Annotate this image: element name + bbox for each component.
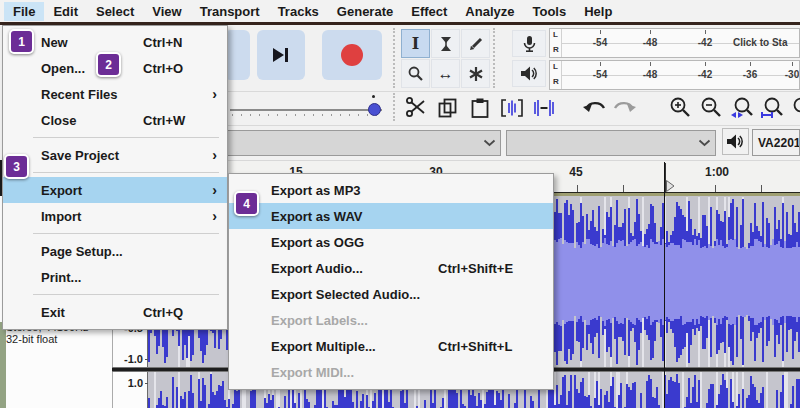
export-submenu-item-export-audio[interactable]: Export Audio...Ctrl+Shift+E: [229, 255, 553, 281]
recording-meter[interactable]: LR-54-48-42Click to Sta: [549, 28, 800, 58]
chevron-down-icon: [483, 139, 496, 147]
step-badge-4: 4: [234, 191, 259, 216]
play-speed-slider-groove[interactable]: [230, 109, 382, 111]
file-menu-item-label: Page Setup...: [41, 244, 143, 259]
fit-selection-icon: [730, 96, 754, 120]
meter-tick: [600, 62, 601, 66]
file-menu-item-recent-files[interactable]: Recent Files›: [3, 81, 227, 107]
playback-meter[interactable]: LR-54-48-42-36-30: [549, 60, 800, 90]
menubar-item-transport[interactable]: Transport: [191, 2, 269, 21]
file-menu-item-label: Close: [41, 113, 143, 128]
export-submenu-item-export-as-wav[interactable]: Export as WAV: [229, 203, 553, 229]
ruler-label-45: 45: [569, 165, 582, 179]
fit-project-button[interactable]: [758, 94, 786, 122]
meter-scale-label: -36: [743, 69, 757, 80]
menubar-item-generate[interactable]: Generate: [328, 2, 402, 21]
menubar-item-help[interactable]: Help: [575, 2, 621, 21]
trim-audio-button[interactable]: [498, 94, 526, 122]
menubar-item-tools[interactable]: Tools: [523, 2, 575, 21]
meter-message: Click to Sta: [733, 37, 787, 48]
meter-scale-label: -48: [643, 69, 657, 80]
meter-channel-label-l: L: [553, 31, 558, 39]
playback-meter-button[interactable]: [512, 60, 546, 87]
draw-tool-button[interactable]: [461, 29, 490, 58]
menubar-item-view[interactable]: View: [143, 2, 190, 21]
playback-device-button[interactable]: [722, 128, 749, 155]
export-submenu-item-export-selected-audio[interactable]: Export Selected Audio...: [229, 281, 553, 307]
speaker-icon: [520, 65, 539, 83]
record-button[interactable]: [322, 30, 382, 80]
file-menu-item-label: Open...: [41, 61, 143, 76]
meter-tick: [650, 62, 651, 66]
playhead-flag-icon: [666, 180, 675, 192]
ruler-tick: [715, 185, 716, 192]
file-menu-separator: [3, 168, 227, 177]
file-menu-item-save-project[interactable]: Save Project›: [3, 142, 227, 168]
toolbar-grip[interactable]: [393, 93, 398, 121]
export-submenu-item-label: Export MIDI...: [271, 365, 438, 380]
copy-button[interactable]: [434, 94, 462, 122]
menubar-item-select[interactable]: Select: [87, 2, 143, 21]
zoom-toggle-button[interactable]: [789, 94, 800, 122]
zoom-out-button[interactable]: [697, 94, 725, 122]
menubar-item-effect[interactable]: Effect: [402, 2, 456, 21]
toolbar-divider: [150, 125, 800, 126]
file-menu-item-label: New: [41, 35, 143, 50]
export-submenu-item-label: Export Labels...: [271, 313, 438, 328]
fit-project-icon: [760, 96, 784, 120]
zoom-in-button[interactable]: [666, 94, 694, 122]
file-menu-item-exit[interactable]: ExitCtrl+Q: [3, 299, 227, 325]
cut-button[interactable]: [402, 94, 430, 122]
timeshift-icon: ↔: [438, 65, 454, 83]
undo-button[interactable]: [581, 94, 609, 122]
submenu-arrow-icon: ›: [207, 86, 217, 102]
fit-selection-button[interactable]: [728, 94, 756, 122]
file-menu-item-label: Exit: [41, 305, 143, 320]
play-speed-slider-knob[interactable]: [368, 103, 381, 116]
recording-channels-dropdown[interactable]: [506, 130, 716, 156]
menubar-item-file[interactable]: File: [4, 2, 44, 21]
multi-tool-button[interactable]: [461, 59, 490, 88]
menubar-item-tracks[interactable]: Tracks: [269, 2, 328, 21]
export-submenu-item-export-midi: Export MIDI...: [229, 359, 553, 385]
skip-to-end-button[interactable]: [257, 30, 305, 80]
toolbar-grip[interactable]: [393, 28, 398, 88]
menubar-item-analyze[interactable]: Analyze: [456, 2, 523, 21]
toolbar-divider: [228, 91, 800, 92]
envelope-tool-button[interactable]: [431, 29, 460, 58]
record-meter-button[interactable]: [512, 30, 546, 57]
file-menu-item-label: Save Project: [41, 148, 143, 163]
file-menu-item-import[interactable]: Import›: [3, 203, 227, 229]
timeshift-tool-button[interactable]: ↔: [431, 59, 460, 88]
magnifier-icon: [407, 65, 425, 83]
file-menu-item-accel: Ctrl+O: [143, 61, 207, 76]
file-menu-item-label: Recent Files: [41, 87, 143, 102]
file-menu-item-accel: Ctrl+N: [143, 35, 207, 50]
meter-channel-label-l: L: [553, 63, 558, 71]
export-submenu-item-export-multiple[interactable]: Export Multiple...Ctrl+Shift+L: [229, 333, 553, 359]
export-submenu-item-export-as-ogg[interactable]: Export as OGG: [229, 229, 553, 255]
toolbar-grip[interactable]: [493, 28, 498, 88]
skip-to-end-icon: [271, 46, 291, 64]
file-menu-item-close[interactable]: CloseCtrl+W: [3, 107, 227, 133]
zoom-in-icon: [668, 96, 692, 120]
silence-audio-button[interactable]: [530, 94, 558, 122]
file-menu-item-page-setup[interactable]: Page Setup...: [3, 238, 227, 264]
step-badge-1: 1: [9, 29, 34, 54]
file-menu-item-print[interactable]: Print...: [3, 264, 227, 290]
export-submenu-item-export-as-mp3[interactable]: Export as MP3: [229, 177, 553, 203]
file-menu-item-accel: Ctrl+W: [143, 113, 207, 128]
playback-device-dropdown[interactable]: VA2201-H: [752, 129, 800, 156]
redo-button[interactable]: [610, 94, 638, 122]
menubar: FileEditSelectViewTransportTracksGenerat…: [0, 0, 800, 22]
file-menu-item-export[interactable]: Export›: [3, 177, 227, 203]
meter-scale-label: -54: [593, 69, 607, 80]
microphone-icon: [520, 35, 539, 53]
meter-scale-label: -30: [785, 69, 799, 80]
playhead-cursor: [664, 162, 665, 408]
paste-button[interactable]: [466, 94, 494, 122]
playback-device-value: VA2201-H: [758, 136, 800, 150]
selection-tool-button[interactable]: I: [401, 29, 430, 58]
zoom-tool-button[interactable]: [401, 59, 430, 88]
menubar-item-edit[interactable]: Edit: [44, 2, 87, 21]
